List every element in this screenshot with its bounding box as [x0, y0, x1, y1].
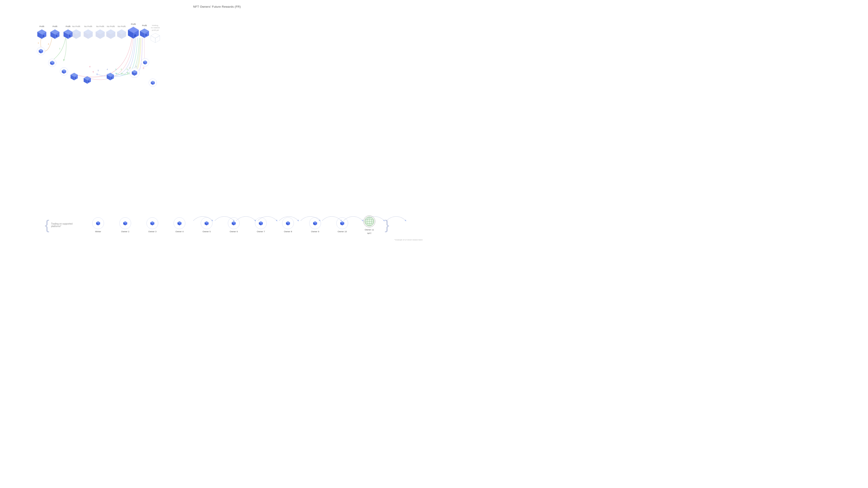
- owner8-top-cube: No Profit: [116, 25, 127, 39]
- owner-10-circle: [336, 217, 348, 229]
- arrows-svg: 2 1 1 4 5 5 4 3 2: [0, 13, 434, 235]
- nft-token-label: NFT: [367, 232, 371, 234]
- owner2-mid-cube: [48, 59, 56, 67]
- footnote: * Example of a 5-level reward token: [394, 239, 423, 241]
- owner-5-label: Owner 5: [203, 230, 211, 233]
- owner-9-label: Owner 9: [311, 230, 319, 233]
- owner-9-circle: [309, 217, 321, 229]
- owner-2-circle: [119, 217, 131, 229]
- owner-6-circle: [228, 217, 240, 229]
- owner9-profit-label: Profit: [131, 23, 135, 25]
- owner11-top-cube: Holding,no realizedprofit yet: [150, 24, 161, 43]
- svg-text:1: 1: [135, 65, 137, 68]
- owner3-lower-cube: [60, 67, 68, 75]
- owner-5-circle: [201, 217, 213, 229]
- owner-8-circle: [282, 217, 294, 229]
- svg-point-83: [111, 77, 112, 78]
- svg-text:1: 1: [38, 42, 39, 44]
- owner-5-bottom: Owner 5: [193, 217, 220, 233]
- owner-7-label: Owner 7: [257, 230, 265, 233]
- owner2-top-cube: Profit: [49, 25, 61, 39]
- owner-3-label: Owner 3: [148, 230, 156, 233]
- svg-text:2: 2: [121, 68, 122, 70]
- trading-on-platforms-label: Trading on supported platforms*: [51, 223, 81, 228]
- brace-right: }: [385, 218, 389, 232]
- owner7-profit-label: No Profit: [107, 25, 115, 28]
- svg-text:1: 1: [59, 47, 60, 50]
- owner-4-circle: [174, 217, 185, 229]
- owner-7-circle: [255, 217, 267, 229]
- owner-4-label: Owner 4: [176, 230, 184, 233]
- svg-text:3: 3: [127, 68, 128, 70]
- svg-text:3: 3: [115, 68, 116, 70]
- diagram-container: 2 1 1 4 5 5 4 3 2: [0, 13, 434, 235]
- svg-text:4: 4: [107, 68, 108, 70]
- owner11-right-cube: [149, 78, 157, 87]
- svg-rect-18: [42, 37, 43, 37]
- minter-top-cube: Profit: [36, 25, 48, 39]
- owner3-profit-label: Profit: [66, 25, 70, 28]
- owner-8-bottom: Owner 8: [274, 217, 302, 233]
- svg-point-56: [146, 35, 147, 36]
- owner-2-bottom: Owner 2: [112, 217, 139, 233]
- svg-marker-57: [151, 33, 160, 38]
- owner9-top-cube: Profit: [127, 23, 140, 39]
- owner-11-label: Owner 11: [365, 228, 374, 231]
- svg-marker-59: [155, 36, 160, 43]
- owner6-profit-label: No Profit: [96, 25, 104, 28]
- owner-6-bottom: Owner 6: [220, 217, 247, 233]
- owner10-profit-label: Profit: [142, 24, 147, 27]
- owner5-profit-label: No Profit: [84, 25, 92, 28]
- owner9-sale-cube: [129, 68, 140, 78]
- owner-6-label: Owner 6: [230, 230, 238, 233]
- owner4-sale-cube: [70, 72, 79, 82]
- minter-sold-cube: [37, 47, 45, 55]
- owner-8-label: Owner 8: [284, 230, 292, 233]
- owner-3-circle: [147, 217, 158, 229]
- owner4-top-cube: No Profit: [70, 25, 82, 39]
- owner-minter-circle: [92, 217, 104, 229]
- brace-left: {: [45, 218, 49, 232]
- owner-4-bottom: Owner 4: [166, 217, 193, 233]
- svg-point-23: [56, 35, 57, 37]
- svg-point-28: [69, 35, 70, 37]
- owner-3-bottom: Owner 3: [139, 217, 166, 233]
- owner10-top-cube: Profit: [139, 24, 150, 39]
- minter-profit-label: Profit: [39, 25, 44, 28]
- owners-row: { Trading on supported platforms* Minter…: [0, 216, 434, 234]
- owner10-right-cube: [141, 58, 149, 66]
- owner-7-bottom: Owner 7: [247, 217, 274, 233]
- svg-point-78: [88, 81, 89, 82]
- owner8-profit-label: No Profit: [118, 25, 125, 28]
- owner5-top-cube: No Profit: [83, 25, 94, 39]
- owner-minter-label: Minter: [95, 230, 101, 233]
- svg-text:5: 5: [93, 71, 94, 73]
- owner-10-bottom: Owner 10: [329, 217, 356, 233]
- svg-text:4: 4: [89, 66, 90, 68]
- owner-10-label: Owner 10: [338, 230, 347, 233]
- owner5-sale-cube: [83, 75, 92, 85]
- owner-11-circle: [364, 216, 375, 227]
- owner2-profit-label: Profit: [53, 25, 57, 28]
- owner6-top-cube: No Profit: [94, 25, 106, 39]
- owner-9-bottom: Owner 9: [302, 217, 329, 233]
- svg-point-17: [43, 35, 44, 37]
- owner-11-bottom: Owner 11 NFT: [356, 216, 383, 234]
- svg-text:5: 5: [98, 69, 99, 72]
- svg-rect-51: [134, 36, 135, 37]
- svg-point-88: [135, 74, 136, 74]
- owner11-profit-label: Holding,no realizedprofit yet: [151, 24, 160, 31]
- owner-minter: Minter: [85, 217, 112, 233]
- svg-point-73: [75, 77, 76, 78]
- owner7-top-cube: No Profit: [105, 25, 116, 39]
- svg-marker-58: [151, 36, 155, 43]
- page-title: NFT Owners' Future Rewards (FR): [0, 0, 434, 8]
- svg-point-50: [134, 35, 136, 36]
- svg-text:2: 2: [48, 43, 49, 45]
- owner6-sale-cube: [106, 72, 115, 82]
- owner-2-label: Owner 2: [121, 230, 129, 233]
- owner4-profit-label: No Profit: [72, 25, 80, 28]
